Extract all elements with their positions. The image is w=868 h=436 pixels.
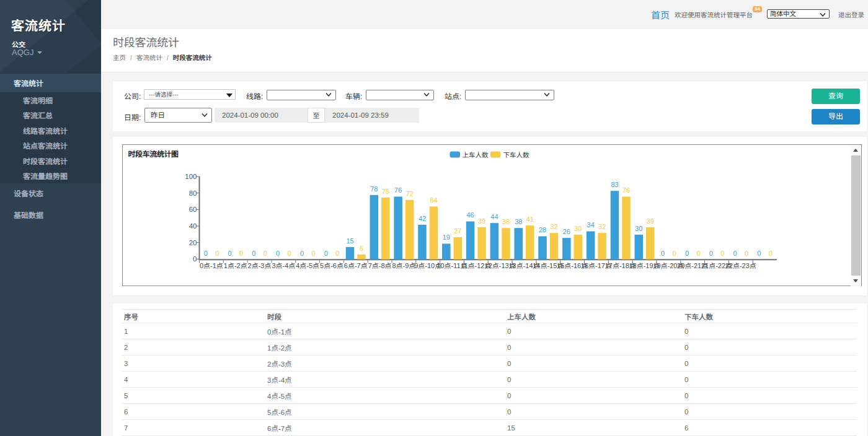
svg-text:0: 0 [720, 249, 724, 256]
svg-text:32: 32 [550, 223, 557, 230]
svg-text:5点-6点: 5点-6点 [320, 262, 343, 269]
svg-text:时段车流统计图: 时段车流统计图 [128, 149, 179, 158]
svg-text:0: 0 [228, 249, 231, 256]
svg-text:30: 30 [574, 224, 582, 232]
svg-text:0: 0 [661, 249, 665, 256]
svg-text:6点-7点: 6点-7点 [344, 262, 368, 269]
svg-text:0: 0 [276, 249, 280, 256]
svg-text:0: 0 [288, 249, 291, 256]
svg-text:0: 0 [324, 249, 328, 256]
svg-text:41: 41 [526, 216, 534, 223]
svg-text:0: 0 [252, 249, 255, 256]
svg-text:26: 26 [563, 228, 570, 235]
svg-text:8点-9点: 8点-9点 [392, 262, 415, 269]
svg-text:7点-8点: 7点-8点 [368, 262, 392, 269]
svg-text:19: 19 [443, 233, 450, 241]
svg-text:上车人数: 上车人数 [463, 150, 489, 158]
svg-text:1点-2点: 1点-2点 [224, 262, 247, 269]
svg-text:40: 40 [189, 222, 197, 229]
svg-text:42: 42 [418, 214, 426, 222]
svg-text:64: 64 [430, 196, 437, 204]
svg-text:0: 0 [745, 249, 748, 256]
svg-text:76: 76 [622, 186, 630, 194]
svg-text:20: 20 [189, 238, 197, 246]
svg-text:0: 0 [204, 249, 208, 256]
svg-text:32: 32 [598, 223, 606, 230]
svg-text:27: 27 [454, 227, 461, 234]
svg-text:28: 28 [539, 226, 546, 233]
svg-text:0: 0 [709, 249, 713, 256]
svg-text:0: 0 [193, 255, 197, 263]
svg-text:78: 78 [370, 185, 378, 192]
svg-text:2点-3点: 2点-3点 [248, 262, 272, 269]
svg-text:0: 0 [696, 249, 700, 256]
svg-text:0: 0 [239, 249, 243, 256]
svg-text:46: 46 [467, 211, 474, 219]
svg-text:0: 0 [685, 249, 689, 256]
svg-text:100: 100 [185, 173, 197, 180]
svg-text:6: 6 [360, 244, 363, 251]
svg-text:39: 39 [478, 217, 485, 224]
svg-text:39: 39 [647, 217, 654, 224]
svg-text:0: 0 [311, 249, 315, 256]
svg-text:下车人数: 下车人数 [503, 150, 529, 158]
svg-text:0: 0 [300, 249, 304, 256]
svg-text:0: 0 [215, 249, 219, 256]
svg-text:72: 72 [406, 190, 414, 197]
svg-text:76: 76 [394, 186, 402, 194]
svg-text:0: 0 [264, 249, 267, 256]
svg-text:44: 44 [490, 213, 498, 220]
svg-text:22点-23点: 22点-23点 [725, 262, 756, 269]
svg-text:0: 0 [769, 249, 773, 256]
svg-text:38: 38 [515, 218, 522, 225]
svg-text:0: 0 [757, 249, 761, 256]
svg-text:38: 38 [502, 218, 510, 225]
svg-text:0点-1点: 0点-1点 [200, 262, 223, 269]
svg-text:60: 60 [189, 206, 197, 213]
svg-text:80: 80 [189, 189, 197, 196]
svg-text:0: 0 [673, 249, 676, 256]
svg-text:15: 15 [346, 237, 353, 244]
svg-text:3点-4点: 3点-4点 [272, 262, 295, 269]
svg-text:83: 83 [611, 181, 618, 188]
svg-text:75: 75 [382, 187, 389, 194]
svg-text:0: 0 [733, 249, 737, 256]
svg-text:0: 0 [335, 249, 339, 256]
svg-text:30: 30 [635, 224, 642, 232]
svg-text:4点-5点: 4点-5点 [296, 262, 319, 269]
svg-text:34: 34 [587, 221, 595, 229]
